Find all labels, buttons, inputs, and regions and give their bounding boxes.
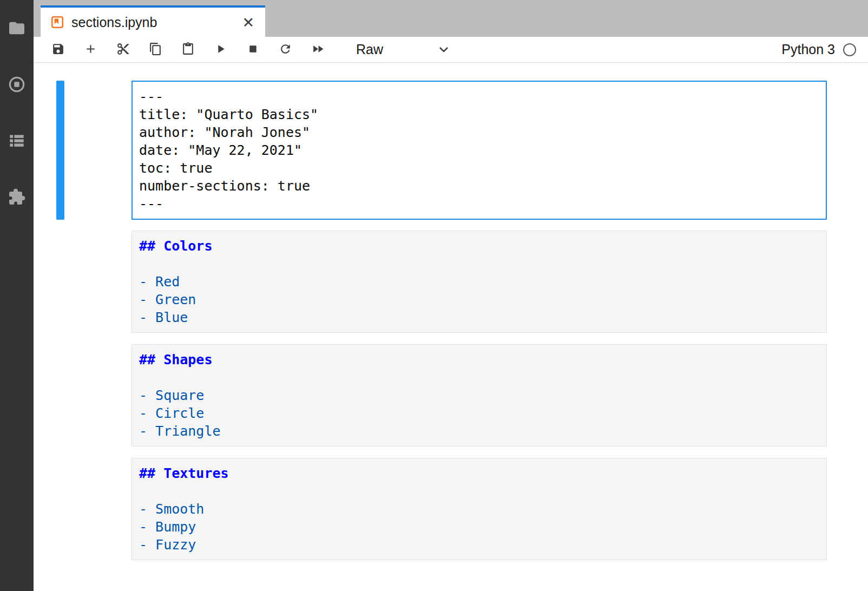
raw-line: title: "Quarto Basics" <box>139 106 819 123</box>
copy-icon <box>149 42 162 57</box>
interrupt-kernel-button[interactable] <box>246 43 260 57</box>
markdown-list-item: - Smooth <box>139 500 819 518</box>
save-icon <box>51 42 65 57</box>
notebook-icon <box>50 15 64 29</box>
raw-line: author: "Norah Jones" <box>139 123 819 141</box>
markdown-list-item: - Red <box>139 273 819 291</box>
markdown-heading: ## Textures <box>139 464 819 482</box>
paste-icon <box>181 42 195 57</box>
markdown-list-item: - Green <box>139 291 819 308</box>
raw-line: --- <box>139 88 819 106</box>
run-all-button[interactable] <box>311 43 325 57</box>
kernel-name: Python 3 <box>781 42 835 57</box>
cut-cells-button[interactable] <box>116 43 130 57</box>
activity-sidebar <box>0 0 34 591</box>
tab-close-button[interactable]: ✕ <box>242 15 254 30</box>
stop-icon <box>246 42 260 57</box>
copy-cells-button[interactable] <box>148 43 162 57</box>
chevron-down-icon <box>438 46 449 53</box>
markdown-heading: ## Colors <box>139 237 819 255</box>
extension-manager-button[interactable] <box>8 188 26 207</box>
markdown-cell-colors[interactable]: ## Colors - Red - Green - Blue <box>131 231 827 333</box>
tab-bar: sections.ipynb ✕ <box>34 0 868 37</box>
tab-title: sections.ipynb <box>71 15 157 30</box>
run-all-icon <box>311 42 325 57</box>
notebook-panel: --- title: "Quarto Basics" author: "Nora… <box>34 63 868 591</box>
extension-icon <box>8 188 25 207</box>
restart-kernel-icon <box>279 42 292 57</box>
add-cell-icon <box>84 42 97 57</box>
blank-line <box>139 482 819 500</box>
paste-cells-button[interactable] <box>181 43 195 57</box>
table-of-contents-icon <box>8 132 25 151</box>
raw-line: --- <box>139 195 819 213</box>
markdown-heading: ## Shapes <box>139 351 819 369</box>
markdown-list-item: - Bumpy <box>139 518 819 536</box>
running-kernels-button[interactable] <box>8 76 26 94</box>
raw-cell-frontmatter[interactable]: --- title: "Quarto Basics" author: "Nora… <box>131 81 827 220</box>
folder-icon <box>8 19 25 38</box>
markdown-list-item: - Square <box>139 386 819 404</box>
markdown-cell-shapes[interactable]: ## Shapes - Square - Circle - Triangle <box>131 344 827 446</box>
blank-line <box>139 255 819 273</box>
kernel-status-icon <box>843 43 856 56</box>
table-of-contents-button[interactable] <box>8 132 26 150</box>
running-kernels-icon <box>8 76 25 95</box>
run-cell-button[interactable] <box>213 43 227 57</box>
raw-line: date: "May 22, 2021" <box>139 141 819 159</box>
add-cell-button[interactable] <box>83 43 97 57</box>
markdown-list-item: - Triangle <box>139 422 819 440</box>
raw-line: number-sections: true <box>139 177 819 195</box>
markdown-list-item: - Blue <box>139 308 819 326</box>
notebook-toolbar: Raw Python 3 <box>34 37 868 63</box>
active-cell-collapser[interactable] <box>56 81 64 220</box>
kernel-indicator[interactable]: Python 3 <box>781 42 856 57</box>
raw-line: toc: true <box>139 159 819 177</box>
cut-icon <box>116 42 130 57</box>
cell-type-value: Raw <box>356 42 383 57</box>
cell-type-dropdown[interactable]: Raw <box>356 42 449 57</box>
file-browser-button[interactable] <box>8 19 26 38</box>
save-button[interactable] <box>51 43 65 57</box>
blank-line <box>139 369 819 386</box>
cell-list: --- title: "Quarto Basics" author: "Nora… <box>34 63 868 560</box>
run-icon <box>214 42 227 57</box>
markdown-cell-textures[interactable]: ## Textures - Smooth - Bumpy - Fuzzy <box>131 458 827 560</box>
tab-sections-ipynb[interactable]: sections.ipynb ✕ <box>41 5 265 37</box>
restart-kernel-button[interactable] <box>278 43 292 57</box>
markdown-list-item: - Fuzzy <box>139 536 819 554</box>
markdown-list-item: - Circle <box>139 404 819 422</box>
